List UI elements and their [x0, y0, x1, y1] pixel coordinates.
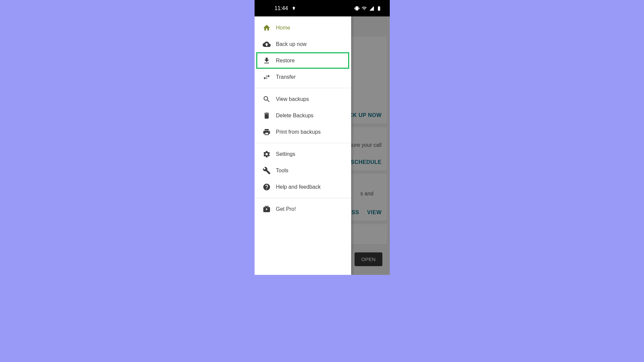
- download-icon: [263, 57, 271, 65]
- battery-icon: [376, 6, 382, 11]
- drawer-item-view-backups[interactable]: View backups: [255, 91, 351, 107]
- status-time: 11:44: [275, 5, 288, 11]
- delivery-icon: [291, 6, 296, 11]
- drawer-label: Get Pro!: [276, 206, 296, 212]
- drawer-label: Settings: [276, 151, 296, 157]
- status-bar: 11:44: [255, 0, 390, 16]
- drawer-item-delete-backups[interactable]: Delete Backups: [255, 107, 351, 124]
- signal-icon: [369, 6, 374, 11]
- app-content: CK UP NOW sure your call SCHEDULE s and …: [255, 16, 390, 275]
- drawer-item-restore[interactable]: Restore: [255, 52, 351, 69]
- drawer-item-tools[interactable]: Tools: [255, 162, 351, 179]
- home-icon: [263, 24, 271, 32]
- drawer-item-print[interactable]: Print from backups: [255, 124, 351, 140]
- divider: [255, 143, 351, 143]
- drawer-label: Restore: [276, 58, 295, 64]
- wrench-icon: [263, 167, 271, 175]
- drawer-label: Help and feedback: [276, 184, 321, 190]
- navigation-drawer: Home Back up now Restore T: [255, 16, 351, 275]
- drawer-label: Delete Backups: [276, 113, 314, 119]
- trash-icon: [263, 112, 271, 120]
- phone-frame: 11:44 CK UP NOW sure your call SCHEDULE …: [255, 0, 390, 275]
- drawer-item-home[interactable]: Home: [255, 19, 351, 36]
- drawer-item-settings[interactable]: Settings: [255, 146, 351, 162]
- drawer-label: Transfer: [276, 74, 296, 80]
- status-right: [354, 6, 382, 11]
- print-icon: [263, 128, 271, 136]
- drawer-label: Tools: [276, 168, 288, 174]
- divider: [255, 198, 351, 198]
- wifi-icon: [362, 6, 367, 11]
- drawer-item-get-pro[interactable]: Get Pro!: [255, 201, 351, 217]
- store-icon: [263, 205, 271, 213]
- status-left: 11:44: [275, 5, 296, 11]
- search-icon: [263, 95, 271, 103]
- help-icon: [263, 183, 271, 191]
- drawer-label: Back up now: [276, 41, 307, 47]
- vibrate-icon: [354, 6, 360, 11]
- drawer-label: Print from backups: [276, 129, 321, 135]
- cloud-upload-icon: [263, 40, 271, 48]
- drawer-item-help[interactable]: Help and feedback: [255, 179, 351, 195]
- drawer-item-backup-now[interactable]: Back up now: [255, 36, 351, 52]
- drawer-item-transfer[interactable]: Transfer: [255, 69, 351, 85]
- drawer-label: Home: [276, 25, 290, 31]
- divider: [255, 88, 351, 88]
- drawer-label: View backups: [276, 96, 309, 102]
- gear-icon: [263, 150, 271, 158]
- transfer-icon: [263, 73, 271, 81]
